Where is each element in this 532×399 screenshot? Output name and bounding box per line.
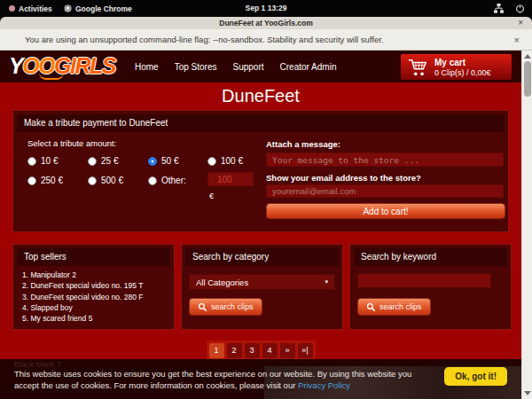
top-sellers-panel: Top sellers 1. Manipulator 22. DuneFeet … xyxy=(12,244,175,330)
window-close-icon[interactable]: × xyxy=(518,17,523,29)
chevron-down-icon: ▾ xyxy=(325,278,328,286)
category-select[interactable]: All Categories ▾ xyxy=(189,274,335,290)
currency-symbol: € xyxy=(209,192,214,200)
top-seller-item[interactable]: 4. Slapped boy xyxy=(22,302,144,313)
top-seller-item[interactable]: 5. My scared friend 5 xyxy=(22,313,144,324)
search-icon xyxy=(366,302,376,312)
page-button-»|[interactable]: »| xyxy=(298,343,313,358)
page-button-»[interactable]: » xyxy=(280,343,295,358)
scroll-down-icon[interactable] xyxy=(524,391,531,395)
power-icon[interactable] xyxy=(515,4,525,13)
search-clips-by-keyword-button[interactable]: search clips xyxy=(357,298,431,316)
top-seller-item[interactable]: 3. DuneFeet special video no. 280 F xyxy=(22,292,144,302)
search-keyword-panel: Search by keyword search clips xyxy=(349,244,512,330)
cookie-consent-bar: Black sleek 7 This website uses cookies … xyxy=(0,359,521,399)
option-label: 500 € xyxy=(101,176,123,185)
page-button-2[interactable]: 2 xyxy=(227,343,242,358)
radio-icon xyxy=(88,157,97,166)
tribute-option-1[interactable]: 25 € xyxy=(88,156,118,166)
radio-icon xyxy=(27,176,36,185)
window-title: DuneFeet at YooGirls.com xyxy=(219,19,313,27)
site-header: YOOGIRLS HomeTop StoresSupportCreator Ad… xyxy=(0,51,521,82)
search-clips-by-category-button[interactable]: search clips xyxy=(189,298,262,316)
radio-icon xyxy=(207,157,216,166)
tribute-panel-header: Make a tribute payment to DuneFeet xyxy=(17,114,505,132)
radio-icon xyxy=(88,176,97,185)
window-titlebar[interactable]: DuneFeet at YooGirls.com × xyxy=(0,17,532,29)
message-textarea[interactable] xyxy=(266,153,504,167)
option-label: 50 € xyxy=(161,156,178,166)
page-content: YOOGIRLS HomeTop StoresSupportCreator Ad… xyxy=(0,51,521,399)
radio-icon xyxy=(27,157,36,166)
scrollbar-thumb[interactable] xyxy=(524,61,531,97)
infobar-close-icon[interactable]: × xyxy=(514,35,520,45)
scroll-up-icon[interactable] xyxy=(524,54,531,59)
option-label: 100 € xyxy=(221,156,243,166)
tribute-option-0[interactable]: 10 € xyxy=(27,156,58,166)
email-label: Show your email address to the store? xyxy=(266,173,421,183)
system-top-bar: Activities Google Chrome Sep 1 13:29 xyxy=(0,0,532,17)
tribute-option-5[interactable]: 500 € xyxy=(88,176,123,185)
tribute-option-2[interactable]: 50 € xyxy=(148,156,178,166)
main-nav: HomeTop StoresSupportCreator Admin xyxy=(135,51,336,82)
nav-link-support[interactable]: Support xyxy=(233,62,264,72)
screen: Activities Google Chrome Sep 1 13:29 Dun… xyxy=(0,0,532,399)
logo-text-y: Y xyxy=(9,53,22,78)
tribute-option-6[interactable]: Other: xyxy=(148,176,186,185)
chrome-infobar: You are using an unsupported command-lin… xyxy=(0,29,532,51)
page-button-1[interactable]: 1 xyxy=(209,343,224,358)
category-selected-value: All Categories xyxy=(196,278,248,287)
scrollbar[interactable] xyxy=(521,51,532,399)
cookie-text: This website uses cookies to ensure you … xyxy=(14,369,411,390)
search-category-panel: Search by category All Categories ▾ sear… xyxy=(181,244,343,330)
cookie-message: This website uses cookies to ensure you … xyxy=(14,369,429,391)
page-button-4[interactable]: 4 xyxy=(262,343,278,358)
top-seller-item[interactable]: 1. Manipulator 2 xyxy=(22,270,144,280)
other-amount-input[interactable] xyxy=(207,172,254,186)
radio-icon xyxy=(148,157,157,166)
tribute-panel: Make a tribute payment to DuneFeet Selec… xyxy=(12,110,509,232)
logo-smile-icon xyxy=(39,73,64,80)
cart-icon xyxy=(407,58,428,77)
option-label: 250 € xyxy=(41,176,63,185)
search-clips-label: search clips xyxy=(211,302,254,311)
privacy-policy-link[interactable]: Privacy Policy xyxy=(298,380,350,390)
pagination: 1234»»| xyxy=(0,340,521,361)
nav-link-top-stores[interactable]: Top Stores xyxy=(175,62,217,72)
site-logo[interactable]: YOOGIRLS xyxy=(9,52,115,79)
search-category-header: Search by category xyxy=(185,248,339,266)
search-icon xyxy=(198,302,207,312)
page-button-3[interactable]: 3 xyxy=(245,343,260,358)
add-to-cart-button[interactable]: Add to cart! xyxy=(266,203,505,219)
nav-link-home[interactable]: Home xyxy=(135,62,159,72)
tribute-option-4[interactable]: 250 € xyxy=(27,176,63,185)
top-sellers-header: Top sellers xyxy=(17,248,170,266)
search-keyword-header: Search by keyword xyxy=(354,248,507,266)
email-input[interactable] xyxy=(266,184,504,198)
keyword-input[interactable] xyxy=(357,273,491,288)
page-title: DuneFeet xyxy=(0,86,521,106)
search-clips-label: search clips xyxy=(379,302,422,311)
option-label: 10 € xyxy=(41,156,58,166)
radio-icon xyxy=(148,176,157,185)
cart-title: My cart xyxy=(434,58,491,68)
message-label: Attach a message: xyxy=(266,139,340,149)
network-icon[interactable] xyxy=(493,3,505,14)
cookie-accept-button[interactable]: Ok, got it! xyxy=(444,367,507,386)
background-ghost-text: Black sleek 7 xyxy=(14,360,61,369)
option-label: 25 € xyxy=(101,156,118,166)
amount-label: Select a tribute amount: xyxy=(27,138,116,148)
cart-summary: 0 Clip(s) / 0,00€ xyxy=(434,68,491,77)
cart-button[interactable]: My cart 0 Clip(s) / 0,00€ xyxy=(401,54,512,80)
nav-link-creator-admin[interactable]: Creator Admin xyxy=(280,62,337,72)
top-sellers-list: 1. Manipulator 22. DuneFeet special vide… xyxy=(22,270,144,324)
option-label: Other: xyxy=(161,176,186,185)
tribute-option-3[interactable]: 100 € xyxy=(207,156,243,166)
infobar-text: You are using an unsupported command-lin… xyxy=(25,35,514,44)
top-seller-item[interactable]: 2. DuneFeet special video no. 195 T xyxy=(22,280,144,291)
clock[interactable]: Sep 1 13:29 xyxy=(0,0,532,17)
